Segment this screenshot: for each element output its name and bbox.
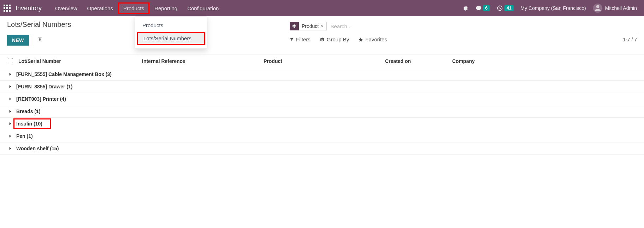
group-row[interactable]: [FURN_8855] Drawer (1) — [0, 81, 644, 93]
group-row[interactable]: [FURN_5555] Cable Management Box (3) — [0, 68, 644, 81]
caret-right-icon — [8, 121, 13, 126]
search-input[interactable] — [330, 23, 637, 29]
company-name: My Company (San Francisco) — [521, 5, 586, 11]
pager[interactable]: 1-7 / 7 — [623, 37, 637, 42]
group-row[interactable]: [RENT003] Printer (4) — [0, 93, 644, 105]
layers-icon — [290, 22, 299, 30]
group-row[interactable]: Breads (1) — [0, 105, 644, 118]
control-panel: Lots/Serial Numbers NEW Product × Filter… — [0, 16, 644, 46]
topbar: Inventory Overview Operations Products R… — [0, 0, 644, 16]
groupby-label: Group By — [327, 36, 349, 42]
col-header-created[interactable]: Created on — [385, 58, 452, 64]
col-header-company[interactable]: Company — [452, 58, 636, 64]
new-button[interactable]: NEW — [7, 35, 29, 46]
group-label: Breads (1) — [16, 109, 40, 114]
nav-overview[interactable]: Overview — [50, 1, 82, 16]
messages-icon[interactable]: 6 — [472, 5, 494, 11]
group-label: [RENT003] Printer (4) — [16, 96, 66, 102]
caret-right-icon — [8, 146, 13, 151]
caret-right-icon — [8, 134, 13, 139]
facet-label: Product — [302, 23, 319, 29]
user-menu[interactable]: Mitchell Admin — [590, 4, 640, 13]
list-header: Lot/Serial Number Internal Reference Pro… — [0, 54, 644, 68]
nav-configuration[interactable]: Configuration — [182, 1, 224, 16]
dropdown-item-products[interactable]: Products — [135, 19, 207, 32]
products-dropdown: Products Lots/Serial Numbers — [135, 16, 207, 49]
activities-count: 41 — [504, 5, 513, 11]
apps-icon[interactable] — [4, 5, 11, 12]
debug-icon[interactable] — [459, 5, 472, 11]
caret-right-icon — [8, 84, 13, 89]
user-name: Mitchell Admin — [605, 5, 637, 11]
close-icon[interactable]: × — [321, 23, 324, 29]
messages-count: 6 — [483, 5, 490, 11]
nav-operations[interactable]: Operations — [82, 1, 118, 16]
caret-right-icon — [8, 72, 13, 77]
caret-right-icon — [8, 97, 13, 101]
caret-right-icon — [8, 109, 13, 114]
dropdown-item-lots[interactable]: Lots/Serial Numbers — [137, 32, 205, 45]
filters-button[interactable]: Filters — [290, 36, 311, 42]
group-label: Pen (1) — [16, 133, 33, 139]
col-header-lot[interactable]: Lot/Serial Number — [18, 58, 142, 64]
nav-reporting[interactable]: Reporting — [149, 1, 182, 16]
search-facet-product[interactable]: Product × — [290, 22, 327, 30]
select-all-checkbox[interactable] — [8, 58, 13, 63]
group-row-insulin[interactable]: Insulin (10) — [0, 118, 644, 130]
favorites-label: Favorites — [365, 36, 387, 42]
group-label: [FURN_5555] Cable Management Box (3) — [16, 71, 112, 77]
company-switcher[interactable]: My Company (San Francisco) — [517, 5, 590, 11]
module-name[interactable]: Inventory — [16, 5, 42, 12]
avatar — [593, 4, 602, 13]
group-row[interactable]: Pen (1) — [0, 130, 644, 142]
search-box: Product × — [290, 22, 637, 32]
col-header-product[interactable]: Product — [264, 58, 385, 64]
col-header-ref[interactable]: Internal Reference — [142, 58, 264, 64]
activities-icon[interactable]: 41 — [493, 5, 517, 11]
filters-label: Filters — [296, 36, 311, 42]
export-icon[interactable] — [37, 36, 43, 42]
group-label: Insulin (10) — [16, 121, 42, 127]
group-label: Wooden shelf (15) — [16, 146, 59, 151]
groupby-button[interactable]: Group By — [320, 36, 349, 42]
favorites-button[interactable]: Favorites — [358, 36, 387, 42]
nav-products[interactable]: Products — [118, 2, 149, 14]
group-label: [FURN_8855] Drawer (1) — [16, 84, 73, 89]
group-row[interactable]: Wooden shelf (15) — [0, 142, 644, 155]
